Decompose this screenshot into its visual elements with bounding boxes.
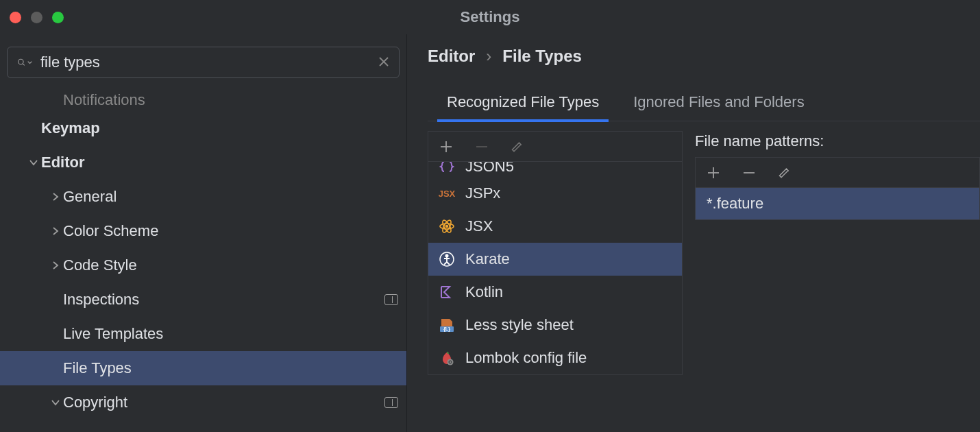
file-type-icon <box>438 217 456 235</box>
tree-item[interactable]: General <box>0 180 406 214</box>
file-type-row[interactable]: Karate <box>428 243 682 276</box>
search-box[interactable] <box>7 47 400 78</box>
patterns-label: File name patterns: <box>695 132 980 150</box>
tree-item-label: Editor <box>41 154 398 171</box>
file-type-icon <box>438 283 456 301</box>
svg-point-12 <box>445 254 449 258</box>
file-type-icon <box>438 162 456 176</box>
svg-point-10 <box>446 226 448 228</box>
search-icon <box>17 55 32 70</box>
tree-item[interactable]: Inspections <box>0 283 406 317</box>
tree-item-label: Inspections <box>63 291 384 309</box>
file-type-row[interactable]: JSXJSPx <box>428 177 682 210</box>
content: NotificationsKeymapEditorGeneralColor Sc… <box>0 34 980 432</box>
file-type-icon <box>438 250 456 268</box>
tree-item[interactable]: Color Scheme <box>0 214 406 248</box>
settings-sidebar: NotificationsKeymapEditorGeneralColor Sc… <box>0 34 407 432</box>
file-type-row[interactable]: JSON5 <box>428 162 682 177</box>
tree-item[interactable]: Editor <box>0 145 406 180</box>
file-types-toolbar <box>428 132 682 162</box>
titlebar: Settings <box>0 0 980 34</box>
file-type-icon: {L} <box>438 316 456 334</box>
tree-item-label: Copyright <box>63 394 384 411</box>
window-minimize-button[interactable] <box>31 12 42 23</box>
tab-ignored-files-and-folders[interactable]: Ignored Files and Folders <box>633 93 804 121</box>
file-type-row[interactable]: Lombok config file <box>428 341 682 374</box>
file-type-label: Lombok config file <box>465 349 587 367</box>
chevron-icon <box>48 226 63 236</box>
remove-file-type-button[interactable] <box>474 139 490 155</box>
breadcrumb: Editor › File Types <box>428 47 980 66</box>
window-maximize-button[interactable] <box>52 12 64 23</box>
window-close-button[interactable] <box>10 12 21 23</box>
add-pattern-button[interactable] <box>705 165 722 181</box>
tree-item[interactable]: Live Templates <box>0 317 406 351</box>
tree-item[interactable]: Code Style <box>0 248 406 283</box>
chevron-icon <box>48 398 63 407</box>
settings-tree: NotificationsKeymapEditorGeneralColor Sc… <box>0 86 406 432</box>
search-input[interactable] <box>40 53 370 71</box>
patterns-list[interactable]: *.feature <box>696 188 979 219</box>
scope-badge-icon <box>384 294 398 305</box>
tree-item[interactable]: Keymap <box>0 111 406 145</box>
settings-main: Editor › File Types Recognized File Type… <box>407 34 980 432</box>
file-type-icon: JSX <box>438 184 456 202</box>
svg-text:{L}: {L} <box>443 326 450 332</box>
svg-point-0 <box>19 59 24 64</box>
file-types-list[interactable]: JSON5JSXJSPxJSXKarateKotlin{L}Less style… <box>428 162 682 374</box>
patterns-panel: File name patterns: *.feature <box>695 131 980 375</box>
pattern-row[interactable]: *.feature <box>696 188 979 219</box>
add-file-type-button[interactable] <box>438 139 454 155</box>
chevron-icon <box>48 261 63 270</box>
svg-point-15 <box>448 359 454 365</box>
file-type-label: Kotlin <box>465 283 503 301</box>
tree-item[interactable]: Copyright <box>0 385 406 420</box>
file-type-row[interactable]: Kotlin <box>428 276 682 309</box>
file-type-row[interactable]: JSX <box>428 210 682 243</box>
tree-item-label: Keymap <box>41 119 398 137</box>
tree-item-label: General <box>63 188 398 206</box>
window-title: Settings <box>461 8 520 26</box>
traffic-lights <box>10 12 64 23</box>
tab-recognized-file-types[interactable]: Recognized File Types <box>447 93 599 121</box>
file-type-label: Karate <box>465 250 510 268</box>
file-types-panel: JSON5JSXJSPxJSXKarateKotlin{L}Less style… <box>428 131 683 375</box>
clear-search-icon[interactable] <box>378 55 389 71</box>
file-type-label: JSON5 <box>465 162 514 176</box>
tree-item-label: File Types <box>63 359 398 377</box>
file-type-label: JSX <box>465 217 493 235</box>
tree-item[interactable]: File Types <box>0 351 406 385</box>
file-type-icon <box>438 349 456 367</box>
file-type-label: JSPx <box>465 184 500 202</box>
tabs: Recognized File Types Ignored Files and … <box>428 93 980 121</box>
breadcrumb-segment: Editor <box>428 47 475 66</box>
file-type-row[interactable]: {L}Less style sheet <box>428 309 682 341</box>
chevron-icon <box>48 192 63 202</box>
tree-item-label: Color Scheme <box>63 222 398 240</box>
patterns-toolbar <box>696 158 979 188</box>
file-type-label: Less style sheet <box>465 316 574 334</box>
scope-badge-icon <box>384 397 398 408</box>
tree-item[interactable]: Notifications <box>0 89 406 111</box>
tree-item-label: Code Style <box>63 256 398 274</box>
remove-pattern-button[interactable] <box>741 165 757 181</box>
svg-line-1 <box>23 64 25 66</box>
tree-item-label: Notifications <box>63 91 398 109</box>
patterns-box: *.feature <box>695 157 980 220</box>
breadcrumb-segment: File Types <box>502 47 582 66</box>
edit-file-type-button[interactable] <box>509 139 526 155</box>
chevron-right-icon: › <box>486 47 491 66</box>
edit-pattern-button[interactable] <box>776 165 793 181</box>
chevron-icon <box>26 158 41 167</box>
tree-item-label: Live Templates <box>63 325 398 343</box>
